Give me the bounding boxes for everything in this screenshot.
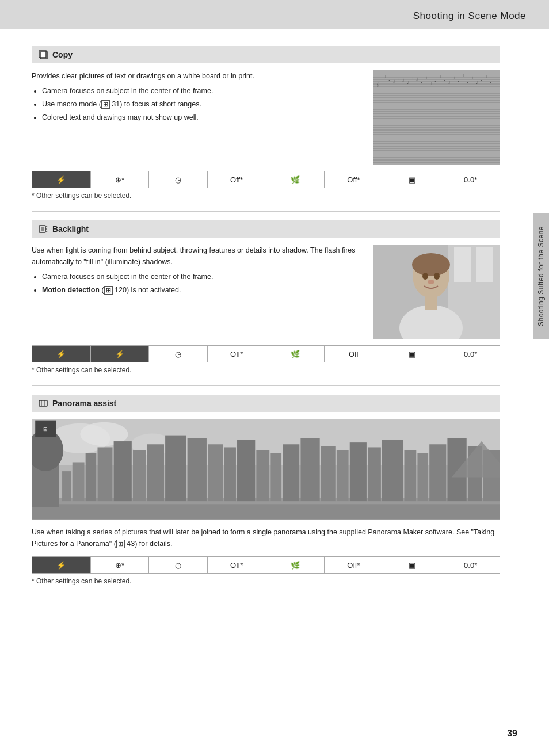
vr-icon-2: 🌿 [291,350,300,358]
copy-exp-cell: ▣ [383,171,442,188]
panorama-exp-cell: ▣ [383,557,442,573]
backlight-bullets-2: Motion detection (⊞ 120) is not activate… [42,284,364,296]
book-ref-3: ⊞ [116,540,125,548]
timer-icon-3: ◷ [175,561,181,570]
panorama-footnote: * Other settings can be selected. [32,577,500,585]
copy-bss-label: Off* [325,171,383,188]
backlight-body: Use when light is coming from behind sub… [32,245,500,339]
copy-title: Copy [52,50,73,59]
svg-text:♩: ♩ [398,76,399,81]
svg-text:♩: ♩ [393,79,395,84]
svg-rect-94 [188,438,207,501]
flash-icon-2: ⚡ [115,350,124,358]
svg-text:♩: ♩ [425,76,427,81]
vr-icon-3: 🌿 [291,561,300,570]
svg-text:♩: ♩ [421,79,422,84]
svg-text:♩: ♩ [458,78,459,83]
svg-text:♩: ♩ [467,79,468,84]
svg-text:♩: ♩ [434,78,436,83]
backlight-description: Use when light is coming from behind sub… [32,245,364,268]
panorama-timer-cell: ◷ [149,557,208,573]
svg-rect-96 [224,447,236,501]
copy-bullet-1: Camera focuses on subject in the center … [42,85,364,97]
flash-icon-3: ⚡ [56,561,66,570]
svg-text:♩: ♩ [481,77,482,82]
panorama-macro-label: Off* [208,557,266,573]
backlight-macro-label: Off* [208,346,266,362]
backlight-text: Use when light is coming from behind sub… [32,245,364,339]
focus-icon: ⊕* [115,175,124,184]
copy-macro-label: Off* [208,171,266,188]
copy-footnote: * Other settings can be selected. [32,192,500,200]
svg-rect-93 [165,436,186,502]
svg-text:♩: ♩ [430,82,432,86]
svg-text:♩: ♩ [462,74,464,78]
svg-text:♩: ♩ [388,77,390,82]
svg-rect-97 [237,440,255,501]
exp-icon: ▣ [409,175,415,184]
svg-rect-106 [382,440,403,501]
page-number: 39 [507,728,517,739]
backlight-flash-cell-1: ⚡ [32,346,91,362]
backlight-bss-label: Off [325,346,383,362]
svg-rect-99 [270,453,281,501]
svg-rect-74 [39,400,47,406]
panorama-vr-cell: 🌿 [266,557,325,573]
svg-text:⊞: ⊞ [43,426,48,432]
copy-text: Provides clear pictures of text or drawi… [32,70,364,165]
svg-text:♩: ♩ [411,75,413,79]
svg-rect-90 [114,441,132,501]
backlight-bullets: Camera focuses on subject in the center … [42,271,364,282]
copy-bullet-3: Colored text and drawings may not show u… [42,112,364,123]
svg-text:♩: ♩ [485,75,487,79]
svg-text:♩: ♩ [416,77,418,82]
backlight-vr-cell: 🌿 [266,346,325,362]
backlight-image [373,245,500,339]
svg-text:♩: ♩ [439,75,441,79]
panorama-image: ⊞ [32,419,500,520]
svg-point-68 [412,253,450,276]
svg-rect-101 [300,438,319,501]
svg-rect-98 [256,450,269,501]
timer-icon-2: ◷ [175,350,181,358]
svg-rect-86 [62,471,71,501]
backlight-flash-cell-2: ⚡ [91,346,150,362]
copy-section-header: Copy [32,46,500,63]
svg-rect-105 [368,447,381,501]
svg-text:♩: ♩ [476,81,478,85]
panorama-description: Use when taking a series of pictures tha… [32,526,500,549]
svg-text:♩: ♩ [384,75,386,79]
svg-text:♩: ♩ [471,76,473,81]
exp-icon-3: ▣ [409,561,415,570]
backlight-exp-cell: ▣ [383,346,442,362]
copy-icon [39,50,48,59]
page-header: Shooting in Scene Mode [0,0,549,29]
page: Shooting in Scene Mode Shooting Suited f… [0,0,549,756]
svg-text:♩: ♩ [453,76,455,81]
svg-text:𝄞: 𝄞 [376,82,379,87]
panorama-bss-label: Off* [325,557,383,573]
panorama-text: Use when taking a series of pictures tha… [32,526,500,549]
svg-rect-88 [86,453,97,501]
svg-rect-104 [350,442,367,501]
backlight-timer-cell: ◷ [149,346,208,362]
page-title: Shooting in Scene Mode [413,10,526,22]
svg-point-72 [434,273,440,280]
copy-bullets: Camera focuses on subject in the center … [42,85,364,123]
copy-body: Provides clear pictures of text or drawi… [32,70,500,165]
panorama-section: Panorama assist [32,395,500,585]
backlight-icon [39,224,48,234]
copy-bullet-2: Use macro mode (⊞ 31) to focus at short … [42,98,364,110]
panorama-section-header: Panorama assist [32,395,500,412]
backlight-section-header: Backlight [32,220,500,238]
panorama-flash-cell: ⚡ [32,557,91,573]
backlight-bold-bullet: Motion detection (⊞ 120) is not activate… [42,284,364,296]
svg-rect-70 [425,295,437,310]
backlight-value-label: 0.0* [441,346,500,362]
backlight-title: Backlight [52,224,89,234]
side-tab: Shooting Suited for the Scene [533,213,549,339]
copy-value-label: 0.0* [441,171,500,188]
svg-rect-87 [73,462,85,501]
svg-rect-91 [133,450,146,501]
copy-vr-cell: 🌿 [266,171,325,188]
